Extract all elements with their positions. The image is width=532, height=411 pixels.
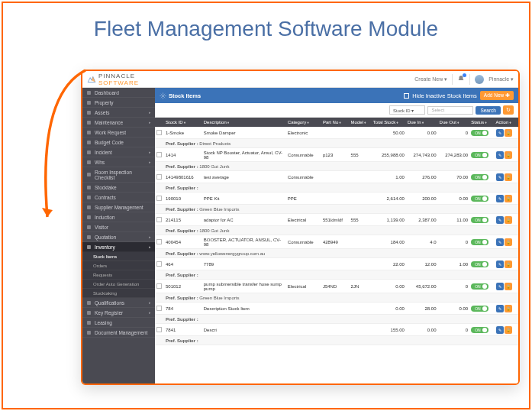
status-toggle[interactable]: ON (471, 130, 488, 136)
search-button[interactable]: Search (476, 106, 501, 115)
filter-value-select[interactable]: Select (427, 106, 473, 115)
row-checkbox[interactable] (156, 327, 162, 332)
sidebar-item-label: Room Inspection Checklist (95, 170, 151, 180)
lock-button[interactable]: 🔒 (505, 305, 512, 312)
edit-button[interactable]: ✎ (496, 326, 504, 334)
col-status[interactable]: Status♦ (469, 118, 494, 127)
sidebar-item-label: Whs (95, 160, 105, 165)
edit-button[interactable]: ✎ (496, 129, 504, 137)
col-stock-id[interactable]: Stock ID♦ (164, 118, 202, 127)
lock-button[interactable]: 🔒 (505, 129, 512, 137)
sidebar-item-label: Contracts (95, 195, 116, 200)
lock-button[interactable]: 🔒 (505, 261, 512, 268)
filter-field-select[interactable]: Stock ID ▾ (389, 105, 425, 115)
edit-button[interactable]: ✎ (496, 283, 504, 290)
sidebar-item-key-register[interactable]: Key Register▸ (82, 308, 155, 318)
sidebar-item-label: Work Request (95, 130, 126, 135)
sidebar-item-qualifications[interactable]: Qualifications▸ (82, 298, 155, 308)
supplier-row: Pref. Supplier : Direct Products (155, 139, 518, 148)
edit-button[interactable]: ✎ (496, 173, 504, 181)
row-checkbox[interactable] (156, 306, 162, 311)
col-description[interactable]: Description♦ (202, 118, 286, 127)
lock-button[interactable]: 🔒 (505, 173, 512, 181)
status-toggle[interactable]: ON (471, 239, 488, 245)
home-icon (86, 320, 92, 325)
sidebar-item-leasing[interactable]: Leasing (82, 318, 155, 328)
sidebar-item-label: Stocktake (95, 185, 117, 190)
table-row[interactable]: 190010PPE KitPPE2,614.00200.000.00ON✎ 🔒 (155, 193, 518, 205)
table-row[interactable]: 1-SmokeSmoke DamperElectronic50.000.000O… (155, 127, 518, 139)
col-action[interactable]: Action♦ (495, 118, 518, 127)
col-category[interactable]: Category♦ (286, 118, 321, 127)
avatar[interactable] (475, 75, 484, 84)
status-toggle[interactable]: ON (471, 152, 488, 158)
sidebar-item-order-auto-generation[interactable]: Order Auto Generation (82, 280, 155, 289)
sidebar-item-label: Stock Items (93, 254, 117, 259)
status-toggle[interactable]: ON (471, 174, 488, 180)
supplier-row: Pref. Supplier : (155, 315, 518, 324)
table-scroll[interactable]: Stock ID♦Description♦Category♦Part No♦Mo… (155, 118, 518, 383)
status-toggle[interactable]: ON (471, 306, 488, 312)
hide-inactive-checkbox[interactable] (404, 93, 409, 99)
row-checkbox[interactable] (156, 217, 162, 222)
table-row[interactable]: 784Description Stock Item0.0028.000.00ON… (155, 303, 518, 315)
user-menu[interactable]: Pinnacle ▾ (488, 76, 514, 83)
add-new-button[interactable]: Add New ✚ (480, 91, 514, 100)
supplier-row: Pref. Supplier : (155, 270, 518, 280)
row-checkbox[interactable] (156, 239, 162, 244)
table-row[interactable]: 214115adaptor for ACElectrical551ldmldf5… (155, 214, 518, 226)
sidebar-item-requests[interactable]: Requests (82, 270, 155, 280)
lock-button[interactable]: 🔒 (505, 151, 512, 159)
table-row[interactable]: 501012pump submersible transfer hose sum… (155, 280, 518, 293)
status-toggle[interactable]: ON (471, 283, 488, 290)
row-checkbox[interactable] (156, 174, 162, 180)
notification-icon[interactable] (457, 75, 465, 83)
col-due-in[interactable]: Due In♦ (406, 118, 438, 127)
lock-button[interactable]: 🔒 (505, 283, 512, 290)
status-toggle[interactable]: ON (471, 261, 488, 267)
edit-button[interactable]: ✎ (496, 195, 504, 202)
col-due-out[interactable]: Due Out♦ (438, 118, 470, 127)
edit-button[interactable]: ✎ (496, 305, 504, 312)
row-checkbox[interactable] (156, 261, 162, 267)
supplier-row: Pref. Supplier : (155, 336, 518, 345)
status-toggle[interactable]: ON (471, 217, 488, 223)
table-row[interactable]: 464778922.0012.001.00ON✎ 🔒 (155, 258, 518, 270)
table-row[interactable]: 14149801616test averageConsumable1.00276… (155, 171, 518, 183)
table-row[interactable]: 400454BOOSTER, ACTUATOR, ANSUL, CV-98Con… (155, 235, 518, 249)
col-total-stock[interactable]: Total Stock♦ (372, 118, 406, 127)
svg-rect-19 (87, 331, 91, 335)
edit-button[interactable]: ✎ (496, 238, 504, 246)
sidebar-item-stock-items[interactable]: Stock Items (82, 252, 155, 261)
col-part-no[interactable]: Part No♦ (321, 118, 350, 127)
decorative-arrow (26, 64, 95, 248)
edit-button[interactable]: ✎ (496, 261, 504, 268)
refresh-button[interactable]: ↻ (503, 105, 514, 115)
edit-button[interactable]: ✎ (496, 151, 504, 159)
create-new-link[interactable]: Create New ▾ (414, 76, 447, 83)
edit-button[interactable]: ✎ (496, 216, 504, 224)
col-model[interactable]: Model♦ (350, 118, 372, 127)
row-checkbox[interactable] (156, 130, 162, 135)
sidebar-item-label: Dashboard (95, 90, 119, 95)
star-icon (86, 300, 92, 306)
sidebar-item-document-management[interactable]: Document Management (82, 328, 155, 338)
topnav: Create New ▾ Pinnacle ▾ (414, 74, 514, 85)
table-row[interactable]: 1414Stock NP Booster, Actuator, Ansul, C… (155, 148, 518, 162)
status-toggle[interactable]: ON (471, 196, 488, 202)
chevron-right-icon: ▸ (149, 110, 151, 115)
lock-button[interactable]: 🔒 (505, 195, 512, 202)
sidebar-item-stocktaking[interactable]: Stocktaking (82, 289, 155, 298)
table-row[interactable]: 7841Descri155.000.000ON✎ 🔒 (155, 324, 518, 336)
lock-button[interactable]: 🔒 (505, 326, 512, 334)
row-checkbox[interactable] (156, 196, 162, 201)
chevron-right-icon: ▸ (149, 235, 151, 239)
lock-button[interactable]: 🔒 (505, 238, 512, 246)
status-toggle[interactable]: ON (471, 327, 488, 333)
chevron-right-icon: ▸ (149, 160, 151, 164)
lock-button[interactable]: 🔒 (505, 216, 512, 224)
sidebar-item-orders[interactable]: Orders (82, 261, 155, 270)
row-checkbox[interactable] (156, 283, 162, 289)
supplier-row: Pref. Supplier : www.yellowenergygroup.c… (155, 249, 518, 258)
row-checkbox[interactable] (156, 152, 162, 157)
